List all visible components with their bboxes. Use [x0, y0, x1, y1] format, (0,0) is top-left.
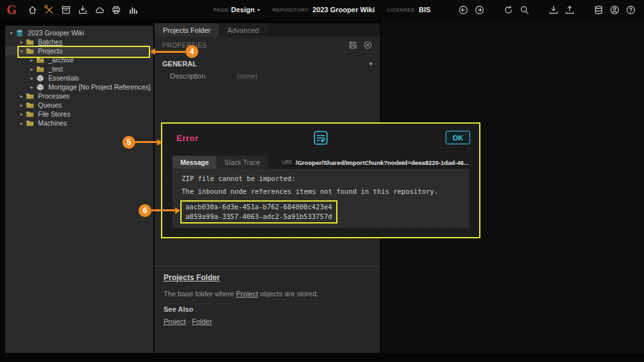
tree-item-file-stores[interactable]: ▸File Stores: [5, 110, 153, 119]
top-toolbar: G PAGE Design ▾ · REPOSITORY 2023 Groope…: [0, 0, 644, 19]
back-icon[interactable]: [458, 5, 469, 15]
import-icon[interactable]: [77, 5, 88, 15]
tree-item-test[interactable]: ▸_test: [5, 64, 153, 73]
separator: ·: [379, 6, 384, 14]
arrow-head-6: [175, 207, 180, 214]
save-icon[interactable]: [348, 41, 357, 50]
close-icon[interactable]: [363, 41, 372, 50]
property-row-description: Description (none): [155, 70, 380, 82]
tree-item-essentials[interactable]: ▸Essentials: [5, 73, 153, 82]
repository-icon: [15, 29, 25, 37]
uri-label: URI: [282, 159, 292, 166]
tree-item-batches[interactable]: ▸Batches: [5, 37, 153, 46]
chevron-right-icon[interactable]: ▸: [18, 102, 25, 108]
folder-icon: [36, 65, 46, 73]
project-link[interactable]: Project: [164, 318, 185, 325]
arrow-line-4: [155, 51, 185, 53]
chevron-right-icon[interactable]: ▸: [18, 120, 25, 126]
tree-item-label: Projects: [38, 47, 62, 55]
tree-item-label: Processes: [38, 92, 70, 100]
tree-item-label: _test: [48, 65, 63, 73]
licensee-label: LICENSEE: [387, 7, 415, 13]
chevron-down-icon: ▾: [257, 7, 260, 13]
tab-stack-trace[interactable]: Stack Trace: [216, 156, 267, 169]
printer-icon[interactable]: [111, 5, 122, 15]
step-marker-5: 5: [122, 136, 135, 149]
see-also-heading: See Also: [164, 305, 371, 313]
chevron-right-icon[interactable]: ▸: [28, 75, 35, 81]
error-message-area: ZIP file cannot be imported: The inbound…: [173, 169, 469, 228]
upload-icon[interactable]: [564, 5, 575, 15]
tree-item-label: Mortgage [No Project References]: [48, 83, 151, 91]
folder-icon: [26, 47, 35, 55]
repository-value: 2023 Grooper Wiki: [312, 6, 375, 14]
chevron-right-icon[interactable]: ▸: [28, 57, 35, 63]
licensee-value: BIS: [419, 6, 430, 14]
description-value[interactable]: (none): [237, 72, 258, 80]
chevron-down-icon[interactable]: ▾: [18, 48, 25, 54]
tree-item-queues[interactable]: ▸Queues: [5, 100, 153, 110]
tree-item-label: File Stores: [38, 110, 70, 118]
tree-item-archive[interactable]: ▸_archive: [5, 55, 153, 64]
dialog-title: Error: [176, 133, 198, 143]
arrow-line-5: [135, 141, 157, 143]
user-icon[interactable]: [609, 5, 620, 15]
description-label: Description: [155, 72, 237, 80]
folder-icon: [36, 56, 46, 64]
tree-item-label: Machines: [38, 119, 67, 127]
docs-body-text: The base folder where: [164, 290, 236, 298]
chart-icon[interactable]: [128, 5, 138, 15]
wrap-lines-icon[interactable]: [312, 129, 329, 146]
tree-item-mortgage-no-project-references[interactable]: ▸Mortgage [No Project References]: [5, 82, 153, 91]
chevron-right-icon[interactable]: ▸: [18, 39, 25, 45]
refresh-icon[interactable]: [503, 5, 514, 15]
docs-title: Projects Folder: [164, 273, 371, 282]
folder-link[interactable]: Folder: [192, 318, 212, 325]
tree-item-label: _archive: [48, 56, 74, 64]
home-icon[interactable]: [27, 5, 38, 15]
chevron-right-icon[interactable]: ▸: [28, 84, 35, 90]
tree-item-processes[interactable]: ▸Processes: [5, 91, 153, 100]
page-value: Design: [231, 6, 255, 14]
folder-icon: [26, 119, 35, 128]
error-dialog: Error OK Message Stack Trace URI /Groope…: [161, 122, 480, 238]
help-icon[interactable]: [625, 5, 636, 15]
docs-body-text: objects are stored.: [258, 290, 319, 298]
see-also-links: Project·Folder: [164, 318, 371, 325]
tree-item-label: Batches: [38, 38, 62, 46]
missing-node-ids: aacb030a-6d3e-451a-b762-684008c423e4 a85…: [180, 200, 337, 224]
context-breadcrumb: PAGE Design ▾ · REPOSITORY 2023 Grooper …: [213, 0, 430, 19]
archive-icon[interactable]: [61, 5, 71, 15]
repository-label: REPOSITORY: [272, 7, 308, 13]
chevron-down-icon[interactable]: ▾: [8, 30, 15, 36]
general-label: GENERAL: [162, 60, 197, 68]
page-selector[interactable]: PAGE Design ▾: [213, 6, 260, 14]
section-general[interactable]: GENERAL ▾: [155, 57, 380, 70]
folder-icon: [26, 92, 35, 100]
guid-value: aacb030a-6d3e-451a-b762-684008c423e4: [185, 202, 332, 212]
tree-item-2023-grooper-wiki[interactable]: ▾2023 Grooper Wiki: [5, 28, 153, 37]
tab-projects-folder[interactable]: Projects Folder: [155, 23, 219, 37]
ok-button[interactable]: OK: [446, 131, 470, 144]
node-tree: ▾2023 Grooper Wiki▸Batches▾Projects▸_arc…: [5, 26, 153, 353]
grooper-logo[interactable]: G: [0, 3, 23, 17]
tree-item-projects[interactable]: ▾Projects: [5, 46, 153, 55]
tree-item-label: Queues: [38, 101, 62, 109]
tools-icon[interactable]: [44, 5, 55, 15]
tab-message[interactable]: Message: [173, 156, 216, 169]
stack-icon[interactable]: [593, 5, 604, 15]
forward-icon[interactable]: [474, 5, 485, 15]
guid-value: a859a99a-3357-4063-adc2-5a91b533757d: [185, 212, 332, 222]
project-link[interactable]: Project: [236, 290, 258, 298]
cloud-icon[interactable]: [94, 5, 105, 15]
folder-icon: [26, 38, 35, 46]
tab-advanced[interactable]: Advanced: [219, 23, 267, 37]
chevron-right-icon[interactable]: ▸: [18, 93, 25, 99]
tree-item-machines[interactable]: ▸Machines: [5, 119, 153, 128]
chevron-right-icon[interactable]: ▸: [18, 111, 25, 117]
search-icon[interactable]: [519, 5, 530, 15]
message-line: ZIP file cannot be imported:: [182, 175, 460, 182]
properties-actions: [348, 41, 372, 50]
download-icon[interactable]: [548, 5, 559, 15]
chevron-right-icon[interactable]: ▸: [28, 66, 35, 72]
